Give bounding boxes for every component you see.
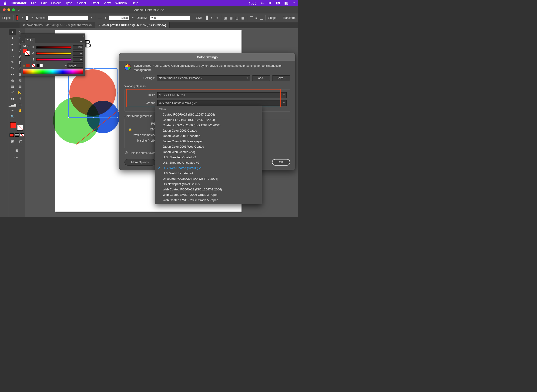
color-panel-tab[interactable]: Color (25, 38, 35, 43)
shaper-tool[interactable]: ✎ (9, 60, 16, 65)
shape-label[interactable]: Shape: (268, 16, 277, 19)
dropdown-option[interactable]: Japan Color 2001 Coated (155, 128, 262, 133)
align-vcenter-icon[interactable]: ≡ (255, 15, 257, 20)
opacity-caret[interactable]: › (193, 17, 193, 19)
more-options-button[interactable]: More Options (124, 159, 155, 166)
color-mode-solid[interactable] (9, 133, 14, 137)
dropdown-option[interactable]: Web Coated SWOP 2006 Grade 5 Paper (155, 197, 262, 203)
tab-rgb-doc[interactable]: ✕ color profiles-RGB.ai* @ 56.31 % (RGB/… (95, 22, 170, 28)
dropdown-option[interactable]: Coated FOGRA39 (ISO 12647-2:2004) (155, 117, 262, 122)
menu-object[interactable]: Object (51, 1, 61, 5)
swap-fill-stroke-icon[interactable]: ⇄ (27, 44, 29, 47)
graphic-style-swatch[interactable] (206, 16, 208, 20)
menu-window[interactable]: Window (115, 1, 127, 5)
menu-edit[interactable]: Edit (41, 1, 47, 5)
opacity-input[interactable] (150, 16, 190, 20)
g-value-input[interactable] (73, 51, 83, 56)
rotate-tool[interactable]: ↻ (9, 65, 16, 71)
close-window-button[interactable] (3, 8, 6, 11)
menu-help[interactable]: Help (132, 1, 138, 5)
zoom-window-button[interactable] (12, 8, 15, 11)
close-tab-icon[interactable]: ✕ (99, 24, 100, 27)
playback-icon[interactable]: ⊙ (261, 1, 264, 5)
keyboard-icon[interactable]: A (276, 2, 280, 5)
edit-toolbar-icon[interactable]: ⊟ (14, 148, 20, 153)
stroke-width-caret[interactable]: ▼ (91, 17, 93, 19)
toolbar-more-icon[interactable]: ••• (14, 156, 19, 159)
screen-mode-full[interactable]: ▢ (18, 139, 24, 144)
perspective-tool[interactable]: ▨ (17, 78, 24, 83)
black-swatch[interactable] (37, 64, 39, 67)
transform-label[interactable]: Transform (283, 16, 296, 19)
shape-builder-tool[interactable]: ◍ (9, 78, 16, 83)
menu-effect[interactable]: Effect (91, 1, 99, 5)
mesh-tool[interactable]: ▦ (9, 84, 16, 89)
color-spectrum[interactable] (23, 69, 83, 74)
align-top-icon[interactable]: ▔ (250, 15, 253, 20)
symbol-sprayer-tool[interactable]: ✲ (17, 96, 24, 101)
b-slider[interactable] (36, 58, 71, 61)
b-value-input[interactable] (73, 57, 83, 62)
menu-view[interactable]: View (104, 1, 111, 5)
varwidth-caret[interactable]: ▼ (104, 17, 107, 19)
stroke-width-input[interactable] (48, 16, 88, 20)
fill-proxy-icon[interactable]: ◪ (23, 44, 26, 47)
dropdown-option[interactable]: Japan Color 2002 Newspaper (155, 139, 262, 144)
fill-swatch[interactable] (16, 15, 19, 20)
blend-tool[interactable]: ◑ (9, 96, 16, 101)
dropdown-option[interactable]: Uncoated FOGRA29 (ISO 12647-2:2004) (155, 176, 262, 181)
dropdown-option[interactable]: U.S. Web Coated (SWOP) v2 (155, 165, 262, 171)
menu-select[interactable]: Select (77, 1, 86, 5)
align-center-icon[interactable]: ▥ (236, 15, 239, 20)
white-swatch[interactable] (40, 64, 42, 67)
menu-file[interactable]: File (31, 1, 37, 5)
column-graph-tool[interactable]: ▁▃▅ (9, 102, 16, 107)
align-right-icon[interactable]: ▦ (241, 15, 244, 20)
hand-tool[interactable]: ✋ (17, 108, 24, 113)
ok-button[interactable]: OK (272, 159, 290, 166)
save-button[interactable]: Save... (272, 75, 290, 81)
panel-menu-icon[interactable]: ≡ (80, 39, 84, 43)
load-button[interactable]: Load... (252, 75, 270, 81)
dropdown-option[interactable]: U.S. Sheetfed Uncoated v2 (155, 160, 262, 165)
r-slider[interactable] (36, 46, 71, 49)
stroke-swatch-none[interactable] (26, 15, 28, 20)
dropdown-option[interactable]: Coated GRACoL 2006 (ISO 12647-2:2004) (155, 122, 262, 128)
dropdown-option[interactable]: Web Coated SWOP 2006 Grade 3 Paper (155, 192, 262, 197)
align-bottom-icon[interactable]: ▁ (260, 15, 263, 20)
bluetooth-icon[interactable]: ✱ (268, 1, 271, 5)
r-value-input[interactable] (73, 45, 83, 50)
magic-wand-tool[interactable]: ✦ (9, 35, 16, 41)
selection-tool[interactable]: ▲ (9, 29, 16, 35)
menu-type[interactable]: Type (65, 1, 72, 5)
panel-grip-icon[interactable]: ⋮⋮ (22, 35, 27, 37)
hex-input[interactable] (67, 63, 83, 68)
dropdown-option[interactable]: US Newsprint (SNAP 2007) (155, 181, 262, 187)
fill-stroke-indicator[interactable] (10, 122, 24, 131)
gradient-tool[interactable]: ▤ (17, 84, 24, 89)
align-left-icon[interactable]: ▤ (230, 15, 233, 20)
dropdown-option[interactable]: Coated FOGRA27 (ISO 12647-2:2004) (155, 112, 262, 117)
out-of-gamut-icon[interactable]: ⚠ (23, 64, 29, 67)
fill-color-indicator[interactable] (10, 122, 16, 128)
variable-width-icon[interactable]: — (99, 15, 102, 20)
type-tool[interactable]: T (9, 47, 16, 53)
color-mode-none[interactable] (20, 133, 24, 137)
minimize-window-button[interactable] (7, 8, 10, 11)
dropdown-option[interactable]: Japan Web Coated (Ad) (155, 149, 262, 155)
none-swatch[interactable] (32, 64, 35, 67)
width-tool[interactable]: ⇔ (9, 72, 16, 77)
panel-grip-icon[interactable]: ⋮⋮ (1, 29, 8, 31)
app-name[interactable]: Illustrator (11, 1, 27, 5)
wifi-icon[interactable]: ⌔ (293, 1, 295, 5)
panel-collapse-icon[interactable]: « (83, 35, 84, 37)
settings-dropdown[interactable]: North America General Purpose 2 ▼ (157, 75, 250, 81)
dropdown-option[interactable]: Japan Color 2003 Web Coated (155, 144, 262, 149)
dropdown-option[interactable]: Web Coated FOGRA28 (ISO 12647-2:2004) (155, 187, 262, 192)
zoom-tool[interactable]: 🔍 (9, 114, 16, 120)
isolate-icon[interactable]: ▣ (224, 15, 227, 20)
measure-tool[interactable]: 📐 (17, 90, 24, 95)
rgb-working-space-dropdown[interactable]: sRGB IEC61966-2.1 ▼ (157, 92, 287, 98)
brush-definition[interactable]: Basic (109, 16, 129, 20)
home-icon[interactable]: ⌂ (18, 8, 20, 12)
